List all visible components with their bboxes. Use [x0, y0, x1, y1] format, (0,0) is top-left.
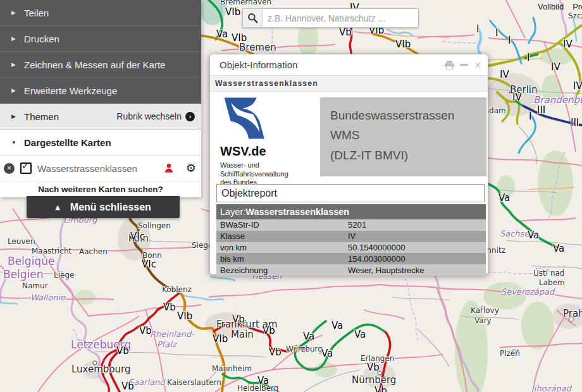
sidebar-item-dargestellte-karten[interactable]: ▼ Dargestellte Karten	[0, 130, 201, 156]
remove-layer-icon[interactable]: ✕	[4, 163, 15, 174]
chevron-up-icon: ▲	[55, 204, 60, 211]
dialog-title: Objekt-Information	[220, 59, 439, 70]
dialog-titlebar[interactable]: Objekt-Information ✕	[210, 54, 488, 75]
app-window: BremerhavenBremenSzczeSolingenKölnBonnKo…	[0, 0, 582, 392]
service-line1: Bundeswasserstrassen WMS	[330, 106, 476, 145]
sidebar-item-label: Themen	[24, 111, 116, 122]
sidebar-item-themen[interactable]: ▶ Themen Rubrik wechseln ›	[0, 104, 201, 130]
table-layer-header: Layer: Wasserstrassenklassen	[216, 204, 486, 219]
search-input[interactable]	[263, 9, 418, 27]
chevron-right-icon: ▶	[11, 35, 24, 42]
table-row: Klasse IV	[216, 231, 486, 242]
sidebar-item-erweiterte-werkzeuge[interactable]: ▶ Erweiterte Werkzeuge	[0, 78, 201, 104]
close-menu-button[interactable]: ▲ Menü schliessen	[27, 196, 180, 218]
layer-name: Wasserstrassenklassen	[37, 163, 163, 174]
chevron-down-icon: ▼	[11, 140, 24, 145]
fullscreen-link[interactable]: Vollbild	[538, 2, 564, 11]
service-name-box: Bundeswasserstrassen WMS (DLZ-IT BMVI)	[320, 97, 486, 176]
object-info-dialog: Objekt-Information ✕ Wasserstrassenklass…	[209, 54, 488, 275]
layer-row-wasserstrassenklassen: ✕ ✓ Wasserstrassenklassen ⚙	[0, 156, 201, 181]
wsv-brand: WSV.de	[220, 144, 315, 159]
table-row: BWaStr-ID 5201	[216, 219, 486, 231]
sidebar-menu: ▶ Teilen ▶ Drucken ▶ Zeichnen & Messen a…	[0, 0, 201, 197]
check-icon: ✓	[22, 160, 30, 171]
sidebar-item-label: Dargestellte Karten	[24, 137, 201, 148]
chevron-right-icon: ▶	[11, 61, 24, 68]
table-row: bis km 154.003000000	[216, 253, 486, 264]
sidebar-item-teilen[interactable]: ▶ Teilen	[0, 0, 201, 26]
search-bar	[242, 8, 419, 28]
rubrik-wechseln-label: Rubrik wechseln	[116, 111, 182, 121]
layer-visibility-checkbox[interactable]: ✓	[20, 162, 32, 174]
sidebar-item-label: Zeichnen & Messen auf der Karte	[24, 59, 201, 70]
layer-contact-icon[interactable]	[163, 162, 175, 174]
sidebar-item-zeichnen-messen[interactable]: ▶ Zeichnen & Messen auf der Karte	[0, 52, 201, 78]
table-row: von km 50.1540000000	[216, 242, 486, 254]
dialog-body: WSV.de Wasser- und Schifffahrtsverwaltun…	[210, 92, 488, 276]
wsv-address: Wasser- und Schifffahrtsverwaltung des B…	[220, 161, 315, 187]
close-menu-label: Menü schliessen	[70, 202, 151, 213]
dialog-subtitle: Wasserstrassenklassen	[210, 75, 488, 92]
object-attribute-table: Layer: Wasserstrassenklassen BWaStr-ID 5…	[216, 204, 486, 276]
layer-settings-gear-icon[interactable]: ⚙	[186, 162, 196, 174]
search-more-maps-link[interactable]: Nach weiteren Karten suchen?	[0, 181, 201, 197]
print-icon[interactable]	[445, 61, 454, 70]
wsv-logo-icon	[220, 97, 269, 140]
table-row: Bezeichnung Weser, Hauptstrecke	[216, 264, 486, 276]
sidebar-item-label: Drucken	[24, 34, 201, 44]
search-button[interactable]	[243, 9, 263, 27]
sidebar-item-label: Erweiterte Werkzeuge	[24, 85, 201, 96]
search-icon	[247, 13, 258, 23]
sidebar-item-drucken[interactable]: ▶ Drucken	[0, 26, 201, 52]
rubrik-wechseln-link[interactable]: Rubrik wechseln ›	[116, 111, 195, 121]
chevron-circle-icon: ›	[185, 112, 195, 121]
chevron-right-icon: ▶	[11, 113, 24, 119]
sidebar-item-label: Teilen	[24, 8, 201, 18]
service-line2: (DLZ-IT BMVI)	[330, 145, 476, 165]
close-icon[interactable]: ✕	[474, 60, 481, 70]
chevron-right-icon: ▶	[11, 87, 24, 94]
top-links: VollbildProbl	[538, 2, 582, 11]
wsv-logo-block: WSV.de Wasser- und Schifffahrtsverwaltun…	[220, 97, 315, 187]
chevron-right-icon: ▶	[11, 9, 24, 16]
report-problem-link[interactable]: Probl	[573, 2, 582, 11]
minimize-icon[interactable]	[460, 64, 468, 66]
objektreport-select[interactable]: Objektreport	[216, 184, 485, 202]
